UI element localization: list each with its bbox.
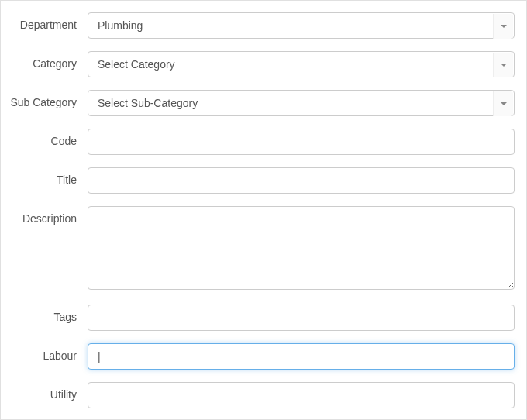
category-select-value: Select Category [98, 58, 175, 71]
chevron-down-icon [493, 53, 513, 77]
category-select[interactable]: Select Category [88, 51, 515, 77]
label-title: Title [1, 167, 88, 187]
description-input[interactable] [88, 206, 515, 290]
code-input[interactable] [88, 129, 515, 155]
text-cursor: | [96, 350, 101, 363]
label-description: Description [1, 206, 88, 225]
row-description: Description [1, 206, 515, 292]
label-subcategory: Sub Category [1, 90, 88, 109]
row-title: Title [1, 167, 515, 194]
label-tags: Tags [1, 305, 88, 324]
row-code: Code [1, 129, 515, 155]
label-category: Category [1, 51, 88, 71]
label-labour: Labour [1, 343, 88, 363]
row-utility: Utility [1, 382, 515, 408]
label-code: Code [1, 129, 88, 148]
tags-input[interactable] [88, 305, 515, 331]
chevron-down-icon [493, 14, 513, 39]
row-tags: Tags [1, 305, 515, 331]
title-input[interactable] [88, 167, 515, 194]
row-subcategory: Sub Category Select Sub-Category [1, 90, 515, 116]
utility-input[interactable] [88, 382, 515, 408]
row-category: Category Select Category [1, 51, 515, 77]
label-utility: Utility [1, 382, 88, 401]
subcategory-select-value: Select Sub-Category [98, 97, 198, 109]
form-container: Department Plumbing Category Select Cate… [0, 0, 527, 420]
row-labour: Labour | [1, 343, 515, 370]
department-select-value: Plumbing [98, 19, 143, 32]
labour-input[interactable]: | [88, 343, 515, 370]
department-select[interactable]: Plumbing [88, 12, 515, 39]
row-department: Department Plumbing [1, 12, 515, 39]
label-department: Department [1, 12, 88, 32]
subcategory-select[interactable]: Select Sub-Category [88, 90, 515, 116]
chevron-down-icon [493, 91, 513, 116]
